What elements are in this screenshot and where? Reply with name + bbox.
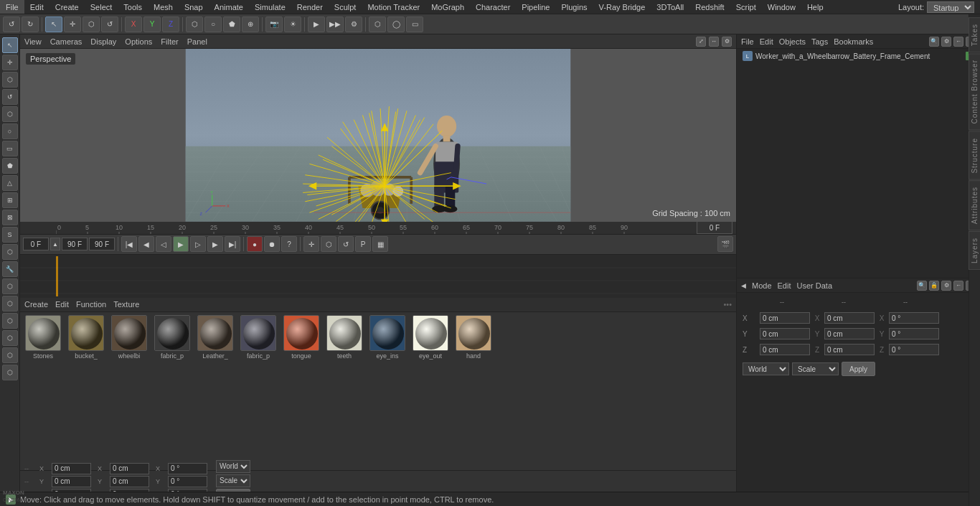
menu-create[interactable]: Create bbox=[50, 0, 85, 14]
attr-z-size[interactable] bbox=[824, 344, 875, 355]
vp-menu-display[interactable]: Display bbox=[90, 37, 116, 46]
left-tool-13[interactable]: ⬡ bbox=[2, 244, 18, 260]
prev-frame-button[interactable]: ◀ bbox=[138, 236, 154, 252]
menu-animate[interactable]: Animate bbox=[209, 0, 249, 14]
left-tool-rotate[interactable]: ↺ bbox=[2, 89, 18, 105]
viewport-3d[interactable]: X Y Z Perspective Grid Spacing : 100 cm bbox=[20, 49, 736, 222]
x-rot-input[interactable] bbox=[168, 463, 207, 474]
floor-button[interactable]: ⬡ bbox=[369, 17, 386, 32]
attr-x-size[interactable] bbox=[824, 312, 875, 324]
timeline-track[interactable] bbox=[20, 255, 736, 298]
next-frame-button[interactable]: ▶ bbox=[207, 236, 223, 252]
attr-lock-btn[interactable]: 🔒 bbox=[929, 281, 939, 291]
menu-tools[interactable]: Tools bbox=[118, 0, 148, 14]
menu-script[interactable]: Script bbox=[730, 0, 762, 14]
tc-scale-tool[interactable]: ⬡ bbox=[321, 236, 336, 252]
attr-y-pos[interactable] bbox=[760, 328, 810, 339]
background-button[interactable]: ▭ bbox=[406, 17, 423, 32]
tc-key-tool[interactable]: P bbox=[355, 236, 371, 252]
attr-z-pos[interactable] bbox=[760, 344, 810, 355]
obj-menu-edit[interactable]: Edit bbox=[760, 37, 773, 46]
left-tool-7[interactable]: ▭ bbox=[2, 141, 18, 156]
layout-dropdown[interactable]: Startup bbox=[927, 1, 974, 13]
attr-scale-dropdown[interactable]: Scale bbox=[792, 362, 839, 375]
render-view-button[interactable]: ▶ bbox=[308, 17, 325, 32]
attr-settings-btn[interactable]: ⚙ bbox=[941, 281, 951, 291]
autokey-button[interactable]: ⏺ bbox=[264, 236, 280, 252]
material-item-0[interactable]: Stones bbox=[23, 315, 63, 360]
attr-menu-mode[interactable]: Mode bbox=[752, 281, 772, 290]
obj-search-icon[interactable]: 🔍 bbox=[929, 37, 939, 47]
attr-menu-userdata[interactable]: User Data bbox=[797, 281, 833, 290]
mat-menu-create[interactable]: Create bbox=[24, 300, 48, 309]
mat-menu-texture[interactable]: Texture bbox=[113, 300, 139, 309]
material-item-4[interactable]: Leather_ bbox=[195, 315, 235, 360]
mat-menu-edit[interactable]: Edit bbox=[55, 300, 69, 309]
left-tool-11[interactable]: ⊠ bbox=[2, 210, 18, 225]
tc-right-btn[interactable]: 🎬 bbox=[717, 236, 733, 252]
y-rot-input[interactable] bbox=[168, 476, 207, 487]
left-tool-14[interactable]: 🔧 bbox=[2, 261, 18, 277]
menu-help[interactable]: Help bbox=[801, 0, 829, 14]
help-button[interactable]: ? bbox=[281, 236, 297, 252]
material-item-6[interactable]: tongue bbox=[281, 315, 321, 360]
vp-menu-filter[interactable]: Filter bbox=[161, 37, 178, 46]
menu-snap[interactable]: Snap bbox=[179, 0, 209, 14]
object-item-worker[interactable]: L Worker_with_a_Wheelbarrow_Battery_Fram… bbox=[737, 49, 980, 63]
attr-y-rot[interactable] bbox=[889, 328, 939, 339]
attr-search-btn[interactable]: 🔍 bbox=[917, 281, 927, 291]
left-tool-8[interactable]: ⬟ bbox=[2, 158, 18, 174]
vp-menu-view[interactable]: View bbox=[24, 37, 42, 46]
left-tool-5[interactable]: ⬡ bbox=[2, 106, 18, 122]
cylinder-button[interactable]: ⬟ bbox=[223, 17, 240, 32]
menu-mesh[interactable]: Mesh bbox=[148, 0, 179, 14]
current-frame-display[interactable] bbox=[697, 222, 732, 235]
obj-menu-tags[interactable]: Tags bbox=[811, 37, 828, 46]
menu-simulate[interactable]: Simulate bbox=[249, 0, 291, 14]
attr-x-pos[interactable] bbox=[760, 312, 810, 324]
material-item-9[interactable]: eye_out bbox=[410, 315, 451, 360]
go-end-button[interactable]: ▶| bbox=[225, 236, 240, 252]
right-tab-content-browser[interactable]: Content Browser bbox=[969, 53, 980, 130]
vp-ctrl-3[interactable]: ⚙ bbox=[722, 37, 732, 47]
end-frame-input[interactable] bbox=[62, 238, 88, 250]
render-settings-button[interactable]: ⚙ bbox=[345, 17, 362, 32]
camera-button[interactable]: 📷 bbox=[265, 17, 283, 32]
light-button[interactable]: ☀ bbox=[284, 17, 301, 32]
left-tool-scale[interactable]: ⬡ bbox=[2, 72, 18, 88]
menu-select[interactable]: Select bbox=[85, 0, 118, 14]
y-axis-button[interactable]: Y bbox=[143, 17, 161, 32]
left-tool-18[interactable]: ⬡ bbox=[2, 330, 18, 346]
x-axis-button[interactable]: X bbox=[125, 17, 142, 32]
obj-menu-objects[interactable]: Objects bbox=[779, 37, 806, 46]
menu-pipeline[interactable]: Pipeline bbox=[516, 0, 555, 14]
obj-menu-file[interactable]: File bbox=[741, 37, 754, 46]
obj-back-icon[interactable]: ← bbox=[953, 37, 963, 47]
menu-vray[interactable]: V-Ray Bridge bbox=[593, 0, 651, 14]
obj-menu-bookmarks[interactable]: Bookmarks bbox=[834, 37, 873, 46]
play-button[interactable]: ▶ bbox=[173, 236, 189, 252]
end-frame-input2[interactable] bbox=[89, 238, 115, 250]
menu-file[interactable]: File bbox=[0, 0, 24, 14]
tc-grid-tool[interactable]: ▦ bbox=[372, 236, 388, 252]
x-pos-input[interactable] bbox=[52, 463, 91, 474]
next-key-button[interactable]: ▷ bbox=[190, 236, 206, 252]
attr-menu-edit[interactable]: Edit bbox=[778, 281, 791, 290]
sphere-button[interactable]: ○ bbox=[204, 17, 222, 32]
material-item-7[interactable]: teeth bbox=[324, 315, 364, 360]
left-tool-12[interactable]: S bbox=[2, 227, 18, 243]
vp-ctrl-1[interactable]: ⤢ bbox=[696, 37, 706, 47]
vp-menu-options[interactable]: Options bbox=[125, 37, 152, 46]
mat-menu-function[interactable]: Function bbox=[76, 300, 106, 309]
go-start-button[interactable]: |◀ bbox=[121, 236, 137, 252]
frame-up-btn[interactable]: ▲ bbox=[50, 238, 60, 250]
tc-move-tool[interactable]: ✛ bbox=[303, 236, 319, 252]
vp-menu-panel[interactable]: Panel bbox=[187, 37, 207, 46]
menu-mograph[interactable]: MoGraph bbox=[425, 0, 470, 14]
menu-sculpt[interactable]: Sculpt bbox=[329, 0, 362, 14]
menu-redshift[interactable]: Redshift bbox=[689, 0, 730, 14]
x-size-input[interactable] bbox=[110, 463, 149, 474]
render-button[interactable]: ▶▶ bbox=[326, 17, 344, 32]
sky-button[interactable]: ◯ bbox=[387, 17, 405, 32]
left-tool-15[interactable]: ⬡ bbox=[2, 278, 18, 294]
